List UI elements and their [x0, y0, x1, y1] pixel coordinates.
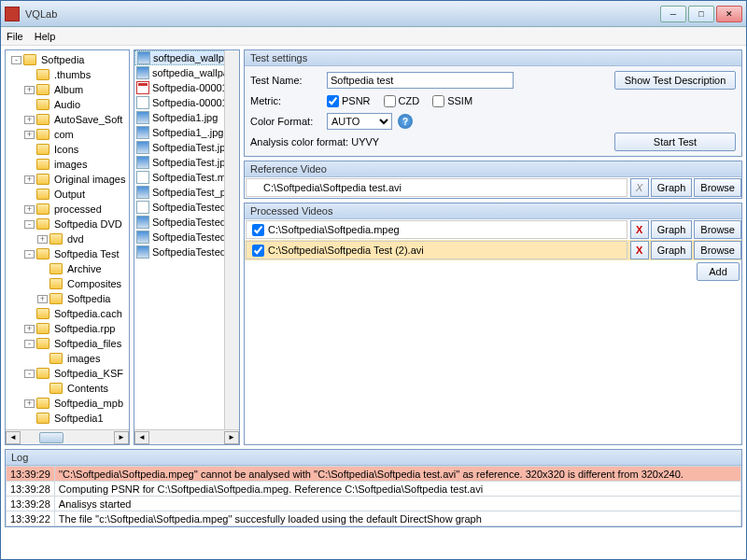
test-settings-header: Test settings — [245, 50, 741, 66]
tree-item[interactable]: +Softpedia — [7, 291, 127, 306]
tree-item[interactable]: -Softpedia_KSF — [7, 366, 127, 381]
psnr-checkbox[interactable] — [327, 95, 339, 107]
tree-item[interactable]: -Softpedia — [7, 52, 127, 67]
scroll-left-icon[interactable]: ◄ — [6, 431, 21, 444]
log-message: The file ''c:\Softpedia\Softpedia.mpeg''… — [54, 511, 740, 526]
test-name-input[interactable] — [327, 72, 514, 89]
log-table: 13:39:29''C:\Softpedia\Softpedia.mpeg'' … — [6, 466, 741, 526]
tree-item[interactable]: +AutoSave_Soft — [7, 112, 127, 127]
tree-item[interactable]: Archive — [7, 261, 127, 276]
log-time: 13:39:28 — [7, 497, 55, 511]
filelist-hscrollbar[interactable]: ◄ ► — [134, 429, 239, 444]
tree-item[interactable]: images — [7, 157, 127, 172]
tree-item[interactable]: Output — [7, 187, 127, 202]
processed-video-path[interactable]: C:\Softpedia\Softpedia.mpeg — [246, 220, 627, 239]
log-row: 13:39:29''C:\Softpedia\Softpedia.mpeg'' … — [7, 467, 741, 482]
processed-video-checkbox[interactable] — [252, 224, 264, 236]
scroll-left-icon[interactable]: ◄ — [134, 431, 149, 444]
tree-item[interactable]: +Softpedia_mpb — [7, 396, 127, 411]
folder-icon — [36, 144, 49, 155]
processed-video-row[interactable]: C:\Softpedia\Softpedia Test (2).aviXGrap… — [245, 240, 741, 260]
folder-icon — [36, 99, 49, 110]
add-video-button[interactable]: Add — [697, 262, 740, 281]
log-message: ''C:\Softpedia\Softpedia.mpeg'' cannot b… — [54, 467, 740, 482]
czd-label: CZD — [399, 95, 420, 106]
show-test-description-button[interactable]: Show Test Description — [614, 71, 736, 90]
folder-icon — [49, 293, 63, 304]
processed-browse-button[interactable]: Browse — [694, 220, 741, 239]
minimize-button[interactable]: ─ — [660, 6, 686, 22]
color-format-label: Color Format: — [250, 116, 321, 127]
file-icon — [136, 96, 149, 109]
scroll-right-icon[interactable]: ► — [224, 431, 239, 444]
tree-item[interactable]: +dvd — [7, 231, 127, 246]
menu-file[interactable]: File — [7, 31, 23, 42]
tree-item[interactable]: -Softpedia Test — [7, 246, 127, 261]
filelist-vscrollbar[interactable] — [224, 50, 239, 429]
folder-icon — [49, 353, 63, 364]
tree-hscrollbar[interactable]: ◄ ► — [6, 429, 129, 444]
test-settings-panel: Test settings Test Name: Show Test Descr… — [244, 49, 742, 157]
folder-icon — [36, 338, 49, 349]
remove-video-button[interactable]: X — [630, 220, 649, 239]
remove-video-button[interactable]: X — [630, 241, 649, 259]
log-message: Computing PSNR for C:\Softpedia\Softpedi… — [54, 482, 740, 497]
file-icon — [136, 66, 149, 79]
tree-item[interactable]: Softpedia1 — [7, 411, 127, 424]
processed-video-checkbox[interactable] — [252, 245, 264, 257]
tree-item[interactable]: +processed — [7, 202, 127, 217]
processed-video-row[interactable]: C:\Softpedia\Softpedia.mpegXGraphBrowse — [245, 219, 741, 240]
psnr-label: PSNR — [342, 95, 371, 106]
log-message: Analisys started — [54, 497, 740, 511]
file-icon — [136, 245, 149, 259]
tree-item[interactable]: images — [7, 351, 127, 366]
analysis-format-label: Analysis color format: UYVY — [250, 136, 379, 147]
processed-graph-button[interactable]: Graph — [651, 241, 693, 259]
reference-graph-button[interactable]: Graph — [651, 178, 693, 197]
tree-item[interactable]: Contents — [7, 381, 127, 396]
folder-icon — [49, 278, 63, 289]
maximize-button[interactable]: □ — [688, 6, 714, 22]
tree-item[interactable]: +Album — [7, 82, 127, 97]
log-header: Log — [6, 450, 741, 466]
log-panel: Log 13:39:29''C:\Softpedia\Softpedia.mpe… — [5, 449, 742, 527]
ssim-label: SSIM — [447, 95, 472, 106]
processed-browse-button[interactable]: Browse — [694, 241, 741, 259]
reference-video-path[interactable]: C:\Softpedia\Softpedia test.avi — [246, 178, 627, 197]
processed-videos-header: Processed Videos — [245, 203, 741, 219]
czd-checkbox[interactable] — [384, 95, 396, 107]
log-row: 13:39:22The file ''c:\Softpedia\Softpedi… — [7, 511, 741, 526]
file-list[interactable]: softpedia_wallpaper_3softpedia_wallpaper… — [134, 49, 240, 445]
color-format-select[interactable]: AUTO — [327, 113, 392, 130]
ssim-checkbox[interactable] — [432, 95, 444, 107]
reference-browse-button[interactable]: Browse — [694, 178, 741, 197]
file-icon — [136, 216, 149, 229]
folder-icon — [36, 368, 49, 379]
tree-item[interactable]: Icons — [7, 142, 127, 157]
scroll-thumb[interactable] — [39, 432, 63, 443]
start-test-button[interactable]: Start Test — [614, 133, 736, 151]
folder-icon — [36, 114, 49, 125]
tree-item[interactable]: +Original images — [7, 172, 127, 187]
tree-item[interactable]: -Softpedia DVD — [7, 217, 127, 231]
menubar: File Help — [1, 27, 746, 46]
help-icon[interactable]: ? — [398, 114, 413, 129]
tree-item[interactable]: +com — [7, 127, 127, 142]
folder-tree[interactable]: -Softpedia.thumbs+AlbumAudio+AutoSave_So… — [5, 49, 130, 445]
test-name-label: Test Name: — [250, 75, 321, 86]
folder-icon — [23, 54, 36, 65]
tree-item[interactable]: .thumbs — [7, 67, 127, 82]
tree-item[interactable]: Audio — [7, 97, 127, 112]
scroll-right-icon[interactable]: ► — [114, 431, 129, 444]
tree-item[interactable]: +Softpedia.rpp — [7, 321, 127, 336]
menu-help[interactable]: Help — [35, 31, 56, 42]
processed-video-path[interactable]: C:\Softpedia\Softpedia Test (2).avi — [246, 241, 627, 259]
tree-item[interactable]: -Softpedia_files — [7, 336, 127, 351]
tree-item[interactable]: Softpedia.cach — [7, 306, 127, 321]
tree-item[interactable]: Composites — [7, 276, 127, 291]
processed-graph-button[interactable]: Graph — [651, 220, 693, 239]
file-icon — [136, 201, 149, 214]
log-time: 13:39:22 — [7, 511, 55, 526]
close-button[interactable]: ✕ — [716, 6, 742, 22]
reference-clear-button[interactable]: X — [630, 178, 649, 197]
